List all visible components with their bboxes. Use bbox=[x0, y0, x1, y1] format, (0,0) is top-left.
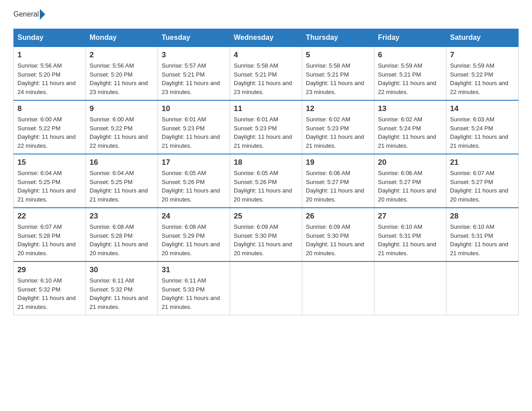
day-info: Sunrise: 6:07 AM Sunset: 5:27 PM Dayligh… bbox=[450, 169, 515, 204]
calendar-cell: 21 Sunrise: 6:07 AM Sunset: 5:27 PM Dayl… bbox=[446, 154, 519, 208]
day-number: 31 bbox=[162, 265, 226, 274]
calendar-cell: 13 Sunrise: 6:02 AM Sunset: 5:24 PM Dayl… bbox=[374, 100, 446, 154]
day-info: Sunrise: 6:10 AM Sunset: 5:31 PM Dayligh… bbox=[378, 223, 442, 257]
calendar-cell: 14 Sunrise: 6:03 AM Sunset: 5:24 PM Dayl… bbox=[446, 100, 519, 154]
day-info: Sunrise: 6:00 AM Sunset: 5:22 PM Dayligh… bbox=[90, 115, 154, 150]
calendar-cell: 1 Sunrise: 5:56 AM Sunset: 5:20 PM Dayli… bbox=[14, 47, 86, 100]
calendar-cell: 22 Sunrise: 6:07 AM Sunset: 5:28 PM Dayl… bbox=[14, 208, 86, 261]
day-info: Sunrise: 6:05 AM Sunset: 5:26 PM Dayligh… bbox=[162, 169, 226, 204]
day-number: 5 bbox=[306, 51, 370, 60]
day-number: 26 bbox=[306, 212, 370, 221]
calendar-cell: 29 Sunrise: 6:10 AM Sunset: 5:32 PM Dayl… bbox=[14, 261, 86, 315]
day-info: Sunrise: 5:59 AM Sunset: 5:22 PM Dayligh… bbox=[450, 61, 515, 96]
day-number: 15 bbox=[17, 158, 82, 167]
day-info: Sunrise: 6:03 AM Sunset: 5:24 PM Dayligh… bbox=[450, 115, 515, 150]
day-info: Sunrise: 6:11 AM Sunset: 5:33 PM Dayligh… bbox=[162, 276, 226, 311]
calendar-cell bbox=[230, 261, 302, 315]
day-number: 9 bbox=[90, 104, 154, 113]
day-number: 17 bbox=[162, 158, 226, 167]
day-info: Sunrise: 5:56 AM Sunset: 5:20 PM Dayligh… bbox=[17, 61, 82, 96]
calendar-cell: 8 Sunrise: 6:00 AM Sunset: 5:22 PM Dayli… bbox=[14, 100, 86, 154]
calendar-cell: 20 Sunrise: 6:06 AM Sunset: 5:27 PM Dayl… bbox=[374, 154, 446, 208]
logo-arrow-icon bbox=[40, 9, 45, 20]
day-info: Sunrise: 5:58 AM Sunset: 5:21 PM Dayligh… bbox=[234, 61, 298, 96]
calendar-cell: 9 Sunrise: 6:00 AM Sunset: 5:22 PM Dayli… bbox=[86, 100, 158, 154]
calendar-cell: 16 Sunrise: 6:04 AM Sunset: 5:25 PM Dayl… bbox=[86, 154, 158, 208]
calendar-day-header: Thursday bbox=[302, 29, 374, 47]
calendar-cell: 3 Sunrise: 5:57 AM Sunset: 5:21 PM Dayli… bbox=[158, 47, 230, 100]
calendar-cell: 17 Sunrise: 6:05 AM Sunset: 5:26 PM Dayl… bbox=[158, 154, 230, 208]
day-info: Sunrise: 6:08 AM Sunset: 5:28 PM Dayligh… bbox=[90, 223, 154, 257]
day-number: 28 bbox=[450, 212, 515, 221]
calendar-week-row: 22 Sunrise: 6:07 AM Sunset: 5:28 PM Dayl… bbox=[14, 208, 519, 261]
day-number: 12 bbox=[306, 104, 370, 113]
day-info: Sunrise: 6:07 AM Sunset: 5:28 PM Dayligh… bbox=[17, 223, 82, 257]
calendar-cell: 11 Sunrise: 6:01 AM Sunset: 5:23 PM Dayl… bbox=[230, 100, 302, 154]
calendar-cell: 26 Sunrise: 6:09 AM Sunset: 5:30 PM Dayl… bbox=[302, 208, 374, 261]
day-number: 2 bbox=[90, 51, 154, 60]
day-number: 11 bbox=[234, 104, 298, 113]
day-info: Sunrise: 6:00 AM Sunset: 5:22 PM Dayligh… bbox=[17, 115, 82, 150]
day-number: 27 bbox=[378, 212, 442, 221]
calendar-cell: 27 Sunrise: 6:10 AM Sunset: 5:31 PM Dayl… bbox=[374, 208, 446, 261]
page-header: General bbox=[13, 9, 519, 20]
day-info: Sunrise: 6:10 AM Sunset: 5:32 PM Dayligh… bbox=[17, 276, 82, 311]
day-number: 23 bbox=[90, 212, 154, 221]
calendar-week-row: 15 Sunrise: 6:04 AM Sunset: 5:25 PM Dayl… bbox=[14, 154, 519, 208]
calendar-day-header: Saturday bbox=[446, 29, 519, 47]
day-number: 4 bbox=[234, 51, 298, 60]
day-info: Sunrise: 6:09 AM Sunset: 5:30 PM Dayligh… bbox=[234, 223, 298, 257]
day-info: Sunrise: 6:09 AM Sunset: 5:30 PM Dayligh… bbox=[306, 223, 370, 257]
day-number: 19 bbox=[306, 158, 370, 167]
calendar-cell: 23 Sunrise: 6:08 AM Sunset: 5:28 PM Dayl… bbox=[86, 208, 158, 261]
calendar-cell: 7 Sunrise: 5:59 AM Sunset: 5:22 PM Dayli… bbox=[446, 47, 519, 100]
day-number: 16 bbox=[90, 158, 154, 167]
day-info: Sunrise: 5:57 AM Sunset: 5:21 PM Dayligh… bbox=[162, 61, 226, 96]
day-number: 29 bbox=[17, 265, 82, 274]
day-info: Sunrise: 5:58 AM Sunset: 5:21 PM Dayligh… bbox=[306, 61, 370, 96]
calendar-cell: 19 Sunrise: 6:06 AM Sunset: 5:27 PM Dayl… bbox=[302, 154, 374, 208]
day-number: 7 bbox=[450, 51, 515, 60]
calendar-table: SundayMondayTuesdayWednesdayThursdayFrid… bbox=[13, 29, 519, 315]
day-number: 30 bbox=[90, 265, 154, 274]
day-info: Sunrise: 5:59 AM Sunset: 5:21 PM Dayligh… bbox=[378, 61, 442, 96]
day-number: 25 bbox=[234, 212, 298, 221]
calendar-week-row: 29 Sunrise: 6:10 AM Sunset: 5:32 PM Dayl… bbox=[14, 261, 519, 315]
day-info: Sunrise: 6:02 AM Sunset: 5:23 PM Dayligh… bbox=[306, 115, 370, 150]
calendar-week-row: 1 Sunrise: 5:56 AM Sunset: 5:20 PM Dayli… bbox=[14, 47, 519, 100]
calendar-cell: 10 Sunrise: 6:01 AM Sunset: 5:23 PM Dayl… bbox=[158, 100, 230, 154]
day-info: Sunrise: 6:06 AM Sunset: 5:27 PM Dayligh… bbox=[306, 169, 370, 204]
calendar-day-header: Monday bbox=[86, 29, 158, 47]
day-info: Sunrise: 6:11 AM Sunset: 5:32 PM Dayligh… bbox=[90, 276, 154, 311]
calendar-cell: 4 Sunrise: 5:58 AM Sunset: 5:21 PM Dayli… bbox=[230, 47, 302, 100]
calendar-day-header: Sunday bbox=[14, 29, 86, 47]
day-info: Sunrise: 6:10 AM Sunset: 5:31 PM Dayligh… bbox=[450, 223, 515, 257]
day-info: Sunrise: 6:01 AM Sunset: 5:23 PM Dayligh… bbox=[162, 115, 226, 150]
calendar-cell: 5 Sunrise: 5:58 AM Sunset: 5:21 PM Dayli… bbox=[302, 47, 374, 100]
calendar-cell bbox=[374, 261, 446, 315]
day-number: 14 bbox=[450, 104, 515, 113]
day-number: 10 bbox=[162, 104, 226, 113]
calendar-cell: 6 Sunrise: 5:59 AM Sunset: 5:21 PM Dayli… bbox=[374, 47, 446, 100]
day-info: Sunrise: 6:02 AM Sunset: 5:24 PM Dayligh… bbox=[378, 115, 442, 150]
calendar-cell: 28 Sunrise: 6:10 AM Sunset: 5:31 PM Dayl… bbox=[446, 208, 519, 261]
day-number: 3 bbox=[162, 51, 226, 60]
day-number: 21 bbox=[450, 158, 515, 167]
day-number: 18 bbox=[234, 158, 298, 167]
day-info: Sunrise: 6:08 AM Sunset: 5:29 PM Dayligh… bbox=[162, 223, 226, 257]
calendar-cell: 2 Sunrise: 5:56 AM Sunset: 5:20 PM Dayli… bbox=[86, 47, 158, 100]
logo-general-text: General bbox=[13, 10, 39, 18]
day-number: 1 bbox=[17, 51, 82, 60]
day-info: Sunrise: 6:04 AM Sunset: 5:25 PM Dayligh… bbox=[90, 169, 154, 204]
calendar-cell: 18 Sunrise: 6:05 AM Sunset: 5:26 PM Dayl… bbox=[230, 154, 302, 208]
calendar-cell: 31 Sunrise: 6:11 AM Sunset: 5:33 PM Dayl… bbox=[158, 261, 230, 315]
calendar-cell bbox=[302, 261, 374, 315]
day-info: Sunrise: 6:05 AM Sunset: 5:26 PM Dayligh… bbox=[234, 169, 298, 204]
day-info: Sunrise: 6:04 AM Sunset: 5:25 PM Dayligh… bbox=[17, 169, 82, 204]
day-number: 24 bbox=[162, 212, 226, 221]
logo: General bbox=[13, 9, 46, 20]
day-number: 22 bbox=[17, 212, 82, 221]
calendar-cell: 12 Sunrise: 6:02 AM Sunset: 5:23 PM Dayl… bbox=[302, 100, 374, 154]
calendar-header-row: SundayMondayTuesdayWednesdayThursdayFrid… bbox=[14, 29, 519, 47]
calendar-cell: 30 Sunrise: 6:11 AM Sunset: 5:32 PM Dayl… bbox=[86, 261, 158, 315]
